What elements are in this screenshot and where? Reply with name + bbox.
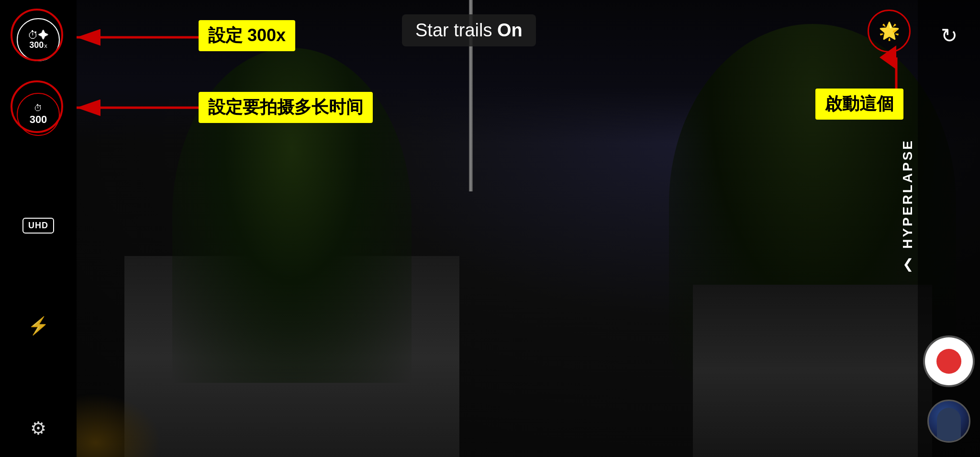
avatar[interactable] xyxy=(927,400,970,443)
speed-value: 300 xyxy=(29,41,44,49)
hyperlapse-label: HYPERLAPSE xyxy=(898,134,918,254)
star-trails-button[interactable]: 🌟 xyxy=(868,10,911,53)
right-panel: ↻ xyxy=(918,0,980,457)
arrow-time xyxy=(67,93,201,122)
settings-icon[interactable]: ⚙ xyxy=(30,418,46,439)
pole xyxy=(469,0,473,191)
annotation-label-speed: 設定 300x xyxy=(199,20,295,51)
time-control-item[interactable]: ⏱ 300 xyxy=(0,84,77,145)
shooting-star-icon: 🌟 xyxy=(879,21,900,41)
settings-item[interactable]: ⚙ xyxy=(0,409,77,447)
hyperlapse-chevron: ❮ xyxy=(902,256,913,272)
record-button[interactable] xyxy=(925,337,973,385)
camera-viewfinder xyxy=(77,0,980,457)
flip-camera-button[interactable]: ↻ xyxy=(941,24,958,47)
clock-icon: ⏱ xyxy=(34,103,43,113)
speed-suffix: x xyxy=(44,42,47,49)
ground-glow xyxy=(77,385,172,457)
speed-control-item[interactable]: ⏱✦ 300 x xyxy=(0,10,77,70)
flash-icon[interactable]: ⚡ xyxy=(28,316,49,336)
sidebar: ⏱✦ 300 x ⏱ 300 UHD ⚡ ⚙ xyxy=(0,0,77,457)
uhd-badge[interactable]: UHD xyxy=(22,218,54,234)
uhd-item[interactable]: UHD xyxy=(0,209,77,242)
record-indicator xyxy=(936,349,961,374)
flash-item[interactable]: ⚡ xyxy=(0,307,77,345)
annotation-label-time: 設定要拍摄多长时间 xyxy=(199,92,373,123)
timer-star-icon: ⏱✦ xyxy=(28,30,49,41)
time-value: 300 xyxy=(30,113,47,126)
hyperlapse-container: HYPERLAPSE ❮ xyxy=(898,134,918,272)
avatar-body xyxy=(937,408,961,441)
arrow-speed xyxy=(67,23,201,52)
speed-control[interactable]: ⏱✦ 300 x xyxy=(17,18,60,61)
annotation-label-start: 啟動這個 xyxy=(815,89,903,120)
time-control[interactable]: ⏱ 300 xyxy=(17,93,60,136)
building-right xyxy=(693,285,932,457)
